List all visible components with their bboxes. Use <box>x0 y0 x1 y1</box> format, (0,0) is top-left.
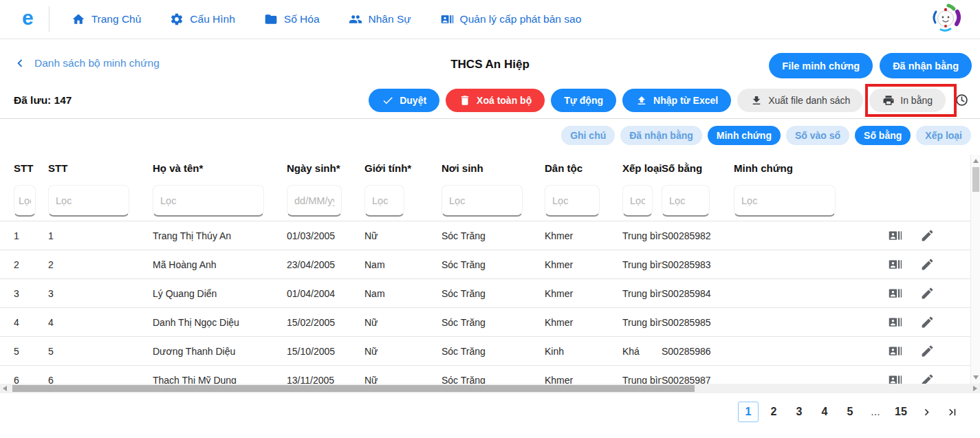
page-button-4[interactable]: 4 <box>814 402 835 422</box>
cell-name: Dương Thanh Diệu <box>153 346 287 357</box>
chip-xep-loai[interactable]: Xếp loại <box>916 126 971 145</box>
edit-pencil-icon[interactable] <box>920 286 935 300</box>
page-button-1[interactable]: 1 <box>738 402 759 422</box>
chip-so-vao-so[interactable]: Số vào sổ <box>786 126 849 145</box>
filter-stt2-input[interactable] <box>48 185 129 217</box>
cell-degree-no: S00285987 <box>662 375 734 384</box>
horizontal-scroll-thumb[interactable] <box>12 385 695 392</box>
scroll-down-arrow[interactable] <box>973 375 979 380</box>
nav-item-label: Nhân Sự <box>369 13 411 25</box>
cell-stt2: 2 <box>48 259 153 270</box>
auto-button-label: Tự động <box>564 95 603 106</box>
filter-degree-no-input[interactable] <box>662 185 710 217</box>
auto-button[interactable]: Tự động <box>551 89 616 112</box>
cell-stt2: 1 <box>48 230 153 241</box>
cell-dob: 15/10/2005 <box>287 346 364 357</box>
home-icon <box>72 12 85 26</box>
download-icon <box>750 94 763 107</box>
scroll-left-arrow[interactable] <box>3 386 7 391</box>
approve-button[interactable]: Duyệt <box>369 89 439 112</box>
cell-stt: 2 <box>0 259 48 270</box>
contact-card-icon[interactable] <box>888 373 902 384</box>
nav-item-label: Trang Chủ <box>91 13 142 25</box>
history-clock-icon[interactable] <box>955 93 969 107</box>
nav-item-cau-hinh[interactable]: Cấu Hình <box>170 12 235 26</box>
nav-item-label: Số Hóa <box>284 13 320 25</box>
chip-ghi-chu[interactable]: Ghi chú <box>561 126 615 145</box>
edit-pencil-icon[interactable] <box>920 228 935 243</box>
filter-gender-input[interactable] <box>364 185 404 217</box>
edit-pencil-icon[interactable] <box>920 344 935 358</box>
col-header-stt: STT <box>0 162 48 174</box>
filter-ethnicity-input[interactable] <box>545 185 600 217</box>
cell-ethnicity: Kinh <box>545 346 622 357</box>
import-excel-button-label: Nhập từ Excel <box>653 95 718 106</box>
nav-item-so-hoa[interactable]: Số Hóa <box>264 12 320 26</box>
chip-da-nhan-bang[interactable]: Đã nhận bằng <box>620 126 702 145</box>
edit-pencil-icon[interactable] <box>920 373 935 384</box>
col-header-birthplace: Nơi sinh <box>442 162 545 174</box>
cell-name: Thạch Thị Mỹ Dung <box>153 375 287 384</box>
cell-birthplace: Sóc Trăng <box>442 346 545 357</box>
chip-minh-chung[interactable]: Minh chứng <box>708 126 781 145</box>
nav-item-trang-chu[interactable]: Trang Chủ <box>72 12 142 26</box>
check-icon <box>382 94 394 107</box>
chip-so-bang[interactable]: Số bằng <box>855 126 911 145</box>
cell-stt: 5 <box>0 346 48 357</box>
cell-rank: Trung bình <box>622 288 662 299</box>
toolbar: Đã lưu: 147 Duyệt Xoá toàn bộ Tự động Nh… <box>0 82 980 119</box>
table-row: 5 5 Dương Thanh Diệu 15/10/2005 Nữ Sóc T… <box>0 336 970 365</box>
print-degree-button[interactable]: In bằng <box>869 89 946 112</box>
filter-name-input[interactable] <box>153 185 264 217</box>
scroll-up-arrow[interactable] <box>973 159 979 163</box>
received-degree-button[interactable]: Đã nhận bằng <box>880 53 972 78</box>
page-button-3[interactable]: 3 <box>789 402 809 422</box>
file-evidence-button[interactable]: File minh chứng <box>769 53 873 78</box>
filter-dob-input[interactable] <box>287 185 342 217</box>
filter-evidence-input[interactable] <box>734 185 836 217</box>
cell-ethnicity: Khmer <box>545 259 622 270</box>
next-page-button[interactable] <box>916 402 937 422</box>
nav-divider <box>49 6 50 32</box>
gear-icon <box>170 12 184 26</box>
contact-card-icon[interactable] <box>888 228 902 243</box>
print-degree-button-label: In bằng <box>900 95 933 106</box>
vertical-scroll-thumb[interactable] <box>972 167 979 192</box>
edit-pencil-icon[interactable] <box>920 257 935 272</box>
page-button-2[interactable]: 2 <box>763 402 784 422</box>
cell-gender: Nam <box>364 259 442 270</box>
page-button-15[interactable]: 15 <box>891 402 911 422</box>
cell-rank: Trung bình <box>622 230 662 241</box>
last-page-icon <box>946 406 959 419</box>
import-excel-button[interactable]: Nhập từ Excel <box>622 89 731 112</box>
cell-dob: 13/11/2005 <box>287 375 364 384</box>
table-row: 1 1 Trang Thị Thúy An 01/03/2005 Nữ Sóc … <box>0 221 970 250</box>
page-ellipsis: ... <box>865 402 886 422</box>
filter-stt-input[interactable] <box>14 185 36 217</box>
app-logo[interactable]: e <box>22 8 34 28</box>
horizontal-scrollbar[interactable] <box>0 384 980 393</box>
export-list-button[interactable]: Xuất file danh sách <box>737 89 863 112</box>
page-button-5[interactable]: 5 <box>840 402 860 422</box>
filter-rank-input[interactable] <box>622 185 653 217</box>
page-header: Danh sách bộ minh chứng THCS An Hiệp Fil… <box>0 39 980 82</box>
nav-item-quan-ly-cap-phat[interactable]: Quản lý cấp phát bản sao <box>440 12 582 26</box>
contact-card-icon[interactable] <box>888 344 902 358</box>
contact-card-icon[interactable] <box>888 257 902 272</box>
vertical-scrollbar[interactable] <box>970 155 980 384</box>
col-header-evidence: Minh chứng <box>734 162 864 174</box>
approve-button-label: Duyệt <box>400 95 426 106</box>
filter-birthplace-input[interactable] <box>442 185 523 217</box>
printer-icon <box>882 94 895 107</box>
edit-pencil-icon[interactable] <box>920 315 935 329</box>
delete-all-button[interactable]: Xoá toàn bộ <box>446 89 545 112</box>
contact-card-icon[interactable] <box>888 315 902 329</box>
col-header-gender: Giới tính* <box>364 162 442 174</box>
nav-item-nhan-su[interactable]: Nhân Sự <box>349 12 411 26</box>
table-header-row: STT STT Họ và tên* Ngày sinh* Giới tính*… <box>0 155 970 181</box>
scroll-right-arrow[interactable] <box>973 386 977 391</box>
saved-count-label: Đã lưu: 147 <box>14 94 72 107</box>
contact-card-icon[interactable] <box>888 286 902 300</box>
last-page-button[interactable] <box>941 402 962 422</box>
cell-gender: Nữ <box>364 317 442 328</box>
